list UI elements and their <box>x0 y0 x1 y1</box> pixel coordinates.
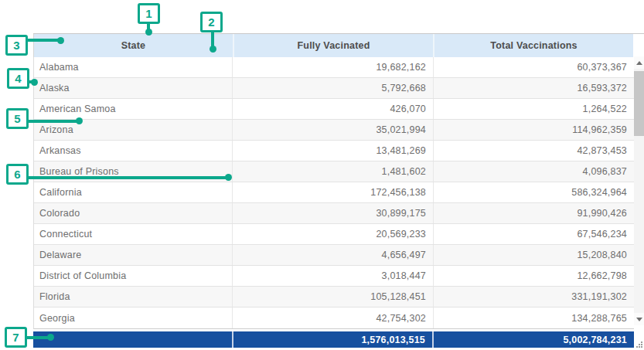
scroll-thumb[interactable] <box>634 71 644 136</box>
state-cell: Alabama <box>34 57 232 77</box>
table-body: Alabama19,682,16260,373,367Alaska5,792,6… <box>33 57 634 329</box>
callout-3: 3 <box>5 35 28 56</box>
callout-6-line <box>26 176 229 179</box>
callout-1: 1 <box>138 3 160 24</box>
callout-6: 6 <box>6 164 29 185</box>
table-row[interactable]: Arizona35,021,994114,962,359 <box>34 120 634 141</box>
total-vaccinations-cell: 134,288,765 <box>433 308 634 328</box>
fully-vaccinated-cell: 13,481,269 <box>232 141 433 161</box>
total-vaccinations-cell: 1,264,522 <box>433 99 634 119</box>
callout-3-dot <box>57 37 64 44</box>
state-cell: Alaska <box>34 78 232 98</box>
scroll-up-button[interactable] <box>634 56 644 69</box>
column-header-state[interactable]: State <box>34 34 233 57</box>
total-vaccinations-cell: 42,873,453 <box>433 141 634 161</box>
total-vaccinations-cell: 16,593,372 <box>433 78 634 98</box>
column-header-total-vaccinations[interactable]: Total Vaccinations <box>433 34 633 57</box>
total-vaccinations-cell: 91,990,426 <box>433 203 634 223</box>
state-cell: District of Columbia <box>34 266 232 286</box>
header-spacer <box>633 34 643 57</box>
callout-6-dot <box>225 174 232 181</box>
callout-3-number: 3 <box>13 39 19 52</box>
table-row[interactable]: Delaware4,656,49715,208,840 <box>34 245 634 266</box>
total-vaccinations-cell: 15,208,840 <box>433 245 634 265</box>
fully-vaccinated-cell: 172,456,138 <box>232 182 433 202</box>
table-row[interactable]: Alaska5,792,66816,593,372 <box>34 78 634 99</box>
total-vaccinations-cell: 67,546,234 <box>433 224 634 244</box>
table-row[interactable]: District of Columbia3,018,44712,662,798 <box>34 266 634 287</box>
total-vaccinations-cell: 4,096,837 <box>433 161 634 182</box>
callout-6-number: 6 <box>14 168 20 181</box>
table-row[interactable]: Alabama19,682,16260,373,367 <box>34 57 634 78</box>
callout-1-dot <box>145 29 152 36</box>
vertical-scrollbar[interactable] <box>634 56 644 325</box>
fully-vaccinated-cell: 42,754,302 <box>232 308 433 328</box>
state-cell: Arkansas <box>34 141 232 161</box>
summary-fully-vaccinated-cell: 1,576,013,515 <box>232 331 432 348</box>
callout-7-number: 7 <box>12 331 19 344</box>
fully-vaccinated-cell: 4,656,497 <box>232 245 433 265</box>
table-row[interactable]: Colorado30,899,17591,990,426 <box>34 203 634 224</box>
table-row[interactable]: Georgia42,754,302134,288,765 <box>34 308 634 328</box>
table-row[interactable]: Arkansas13,481,26942,873,453 <box>34 141 634 161</box>
callout-2-dot <box>210 46 216 53</box>
state-cell: Connecticut <box>34 224 232 244</box>
state-cell: Florida <box>34 287 232 307</box>
callout-5-dot <box>76 117 83 124</box>
state-cell: California <box>34 182 232 202</box>
attribute-table: State Fully Vacinated Total Vaccinations… <box>33 33 644 348</box>
summary-state-cell <box>33 331 232 348</box>
state-cell: Delaware <box>34 245 232 265</box>
callout-1-number: 1 <box>145 7 152 20</box>
resize-grip-icon[interactable] <box>635 341 643 348</box>
state-cell: Georgia <box>34 308 232 328</box>
total-vaccinations-cell: 60,373,367 <box>433 57 634 77</box>
scroll-down-icon <box>636 318 642 321</box>
fully-vaccinated-cell: 5,792,668 <box>232 78 433 98</box>
callout-7: 7 <box>5 327 27 348</box>
callout-4: 4 <box>7 68 29 89</box>
fully-vaccinated-cell: 30,899,175 <box>232 203 433 223</box>
callout-5-line <box>27 120 80 123</box>
total-vaccinations-cell: 12,662,798 <box>433 266 634 286</box>
screenshot-stage: State Fully Vacinated Total Vaccinations… <box>0 0 644 350</box>
fully-vaccinated-cell: 426,070 <box>232 99 433 119</box>
callout-5-number: 5 <box>14 112 20 125</box>
fully-vaccinated-cell: 3,018,447 <box>232 266 433 286</box>
table-row[interactable]: California172,456,138586,324,964 <box>34 182 634 203</box>
fully-vaccinated-cell: 1,481,602 <box>232 161 433 182</box>
callout-2: 2 <box>200 12 223 32</box>
callout-5: 5 <box>6 108 29 129</box>
total-vaccinations-cell: 331,191,302 <box>433 287 634 307</box>
fully-vaccinated-cell: 35,021,994 <box>232 120 433 140</box>
fully-vaccinated-cell: 105,128,451 <box>232 287 433 307</box>
callout-2-number: 2 <box>208 15 214 29</box>
column-header-fully-vaccinated[interactable]: Fully Vacinated <box>233 34 433 57</box>
total-vaccinations-cell: 586,324,964 <box>433 182 634 202</box>
state-cell: American Samoa <box>34 99 232 119</box>
table-row[interactable]: Florida105,128,451331,191,302 <box>34 287 634 308</box>
table-header-row: State Fully Vacinated Total Vaccinations <box>33 34 644 57</box>
total-vaccinations-cell: 114,962,359 <box>433 120 634 140</box>
scroll-down-button[interactable] <box>634 313 644 325</box>
fully-vaccinated-cell: 19,682,162 <box>232 57 433 77</box>
state-cell: Colorado <box>34 203 232 223</box>
table-row[interactable]: American Samoa426,0701,264,522 <box>34 99 634 120</box>
callout-4-dot <box>31 79 38 86</box>
fully-vaccinated-cell: 20,569,233 <box>232 224 433 244</box>
table-row[interactable]: Connecticut20,569,23367,546,234 <box>34 224 634 245</box>
callout-4-number: 4 <box>15 72 21 85</box>
summary-row: 1,576,013,515 5,002,784,231 <box>33 331 634 348</box>
callout-3-line <box>26 39 60 42</box>
scroll-up-icon <box>636 61 642 65</box>
callout-7-dot <box>47 334 54 341</box>
summary-total-vaccinations-cell: 5,002,784,231 <box>432 331 634 348</box>
